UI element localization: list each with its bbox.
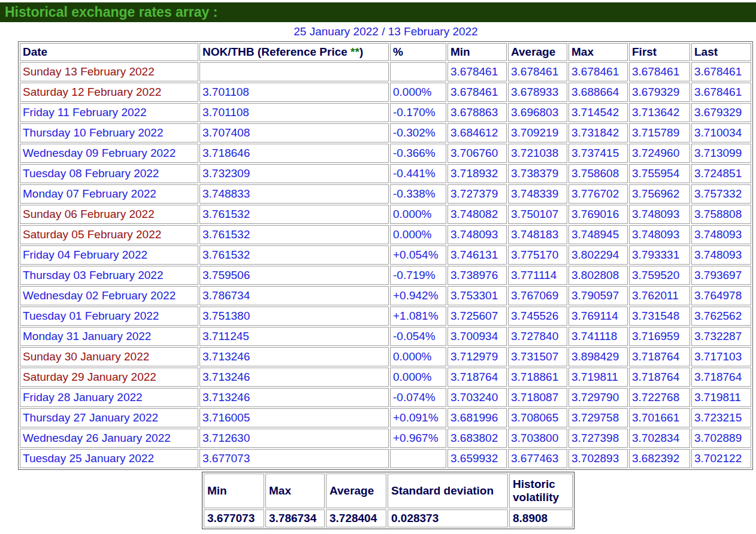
average-cell: 3.775170 bbox=[508, 245, 567, 265]
percent-cell: -0.441% bbox=[390, 164, 446, 183]
last-cell: 3.678461 bbox=[691, 62, 751, 81]
min-cell: 3.684612 bbox=[447, 123, 507, 142]
last-cell: 3.758808 bbox=[691, 205, 751, 224]
table-row: Monday 07 February 20223.748833-0.338%3.… bbox=[20, 184, 751, 204]
max-cell: 3.790597 bbox=[568, 286, 628, 305]
percent-cell: -0.366% bbox=[390, 144, 446, 163]
first-cell: 3.748093 bbox=[629, 205, 690, 224]
min-cell: 3.748082 bbox=[447, 205, 507, 224]
max-cell: 3.729758 bbox=[568, 408, 628, 427]
last-cell: 3.702889 bbox=[691, 429, 751, 448]
min-cell: 3.718932 bbox=[447, 164, 507, 183]
price-cell: 3.712630 bbox=[199, 429, 389, 448]
average-cell: 3.678933 bbox=[508, 83, 567, 102]
first-cell: 3.762011 bbox=[629, 286, 690, 305]
date-cell: Tuesday 01 February 2022 bbox=[20, 307, 198, 326]
first-cell: 3.702834 bbox=[629, 429, 690, 448]
first-cell: 3.716959 bbox=[629, 327, 690, 346]
last-cell: 3.748093 bbox=[691, 225, 751, 244]
max-cell: 3.729790 bbox=[568, 388, 628, 407]
table-header-row: DateNOK/THB (Reference Price **)%MinAver… bbox=[20, 43, 751, 61]
percent-cell: -0.338% bbox=[390, 184, 446, 204]
date-cell: Wednesday 09 February 2022 bbox=[20, 144, 198, 163]
min-cell: 3.738976 bbox=[447, 266, 507, 285]
date-cell: Monday 07 February 2022 bbox=[20, 184, 198, 204]
average-cell: 3.703800 bbox=[508, 429, 567, 448]
average-cell: 3.678461 bbox=[508, 62, 567, 81]
first-cell: 3.679329 bbox=[629, 83, 690, 102]
table-row: Friday 28 January 20223.713246-0.074%3.7… bbox=[20, 388, 751, 407]
first-cell: 3.755954 bbox=[629, 164, 690, 183]
average-cell: 3.748339 bbox=[508, 184, 567, 204]
first-cell: 3.756962 bbox=[629, 184, 690, 204]
max-cell: 3.731842 bbox=[568, 123, 628, 142]
last-cell: 3.719811 bbox=[691, 388, 751, 407]
percent-cell: -0.170% bbox=[390, 103, 446, 122]
last-cell: 3.762562 bbox=[691, 307, 751, 326]
last-cell: 3.764978 bbox=[691, 286, 751, 305]
max-cell: 3.719811 bbox=[568, 368, 628, 387]
percent-cell: +0.967% bbox=[390, 429, 446, 448]
price-cell: 3.716005 bbox=[199, 408, 389, 427]
column-header: First bbox=[629, 43, 690, 61]
first-cell: 3.759520 bbox=[629, 266, 690, 285]
price-cell: 3.759506 bbox=[199, 266, 389, 285]
percent-cell: 0.000% bbox=[390, 83, 446, 102]
min-cell: 3.683802 bbox=[447, 429, 507, 448]
percent-cell: -0.302% bbox=[390, 123, 446, 142]
max-cell: 3.802294 bbox=[568, 245, 628, 265]
first-cell: 3.718764 bbox=[629, 368, 690, 387]
max-cell: 3.702893 bbox=[568, 449, 628, 468]
first-cell: 3.748093 bbox=[629, 225, 690, 244]
percent-cell: 0.000% bbox=[390, 225, 446, 244]
last-cell: 3.678461 bbox=[691, 83, 751, 102]
average-cell: 3.731507 bbox=[508, 347, 567, 366]
last-cell: 3.679329 bbox=[691, 103, 751, 122]
average-cell: 3.771114 bbox=[508, 266, 567, 285]
column-header: % bbox=[390, 43, 446, 61]
price-cell: 3.751380 bbox=[199, 307, 389, 326]
summary-value-cell: 0.028373 bbox=[388, 509, 508, 527]
first-cell: 3.701661 bbox=[629, 408, 690, 427]
average-cell: 3.677463 bbox=[508, 449, 567, 468]
table-row: Saturday 05 February 20223.7615320.000%3… bbox=[20, 225, 751, 244]
summary-column-header: Max bbox=[265, 474, 325, 508]
summary-column-header: Historic volatility bbox=[509, 474, 573, 508]
table-row: Thursday 27 January 20223.716005+0.091%3… bbox=[20, 408, 751, 427]
summary-stats-table: MinMaxAverageStandard deviationHistoric … bbox=[202, 472, 574, 529]
column-header: Date bbox=[20, 43, 198, 61]
summary-value-cell: 3.728404 bbox=[326, 509, 386, 527]
date-cell: Saturday 12 February 2022 bbox=[20, 83, 198, 102]
reference-price-stars-icon: ** bbox=[350, 45, 359, 58]
column-header: Max bbox=[568, 43, 628, 61]
percent-cell: +1.081% bbox=[390, 307, 446, 326]
price-cell: 3.701108 bbox=[199, 103, 389, 122]
exchange-rates-table: DateNOK/THB (Reference Price **)%MinAver… bbox=[18, 41, 753, 470]
max-cell: 3.898429 bbox=[568, 347, 628, 366]
summary-column-header: Min bbox=[204, 474, 264, 508]
table-row: Wednesday 02 February 20223.786734+0.942… bbox=[20, 286, 751, 305]
average-cell: 3.696803 bbox=[508, 103, 567, 122]
table-row: Sunday 13 February 20223.6784613.6784613… bbox=[20, 62, 751, 81]
first-cell: 3.715789 bbox=[629, 123, 690, 142]
min-cell: 3.748093 bbox=[447, 225, 507, 244]
table-row: Thursday 03 February 20223.759506-0.719%… bbox=[20, 266, 751, 285]
table-row: Tuesday 08 February 20223.732309-0.441%3… bbox=[20, 164, 751, 183]
last-cell: 3.718764 bbox=[691, 368, 751, 387]
summary-value-cell: 3.677073 bbox=[204, 509, 264, 527]
last-cell: 3.702122 bbox=[691, 449, 751, 468]
table-body: Sunday 13 February 20223.6784613.6784613… bbox=[20, 62, 751, 468]
date-cell: Sunday 13 February 2022 bbox=[20, 62, 198, 81]
first-cell: 3.724960 bbox=[629, 144, 690, 163]
table-row: Saturday 12 February 20223.7011080.000%3… bbox=[20, 83, 751, 102]
max-cell: 3.776702 bbox=[568, 184, 628, 204]
percent-cell bbox=[390, 62, 446, 81]
first-cell: 3.678461 bbox=[629, 62, 690, 81]
max-cell: 3.802808 bbox=[568, 266, 628, 285]
min-cell: 3.725607 bbox=[447, 307, 507, 326]
summary-value-cell: 8.8908 bbox=[509, 509, 573, 527]
date-cell: Monday 31 January 2022 bbox=[20, 327, 198, 346]
max-cell: 3.769114 bbox=[568, 307, 628, 326]
table-row: Friday 04 February 20223.761532+0.054%3.… bbox=[20, 245, 751, 265]
price-cell: 3.748833 bbox=[199, 184, 389, 204]
